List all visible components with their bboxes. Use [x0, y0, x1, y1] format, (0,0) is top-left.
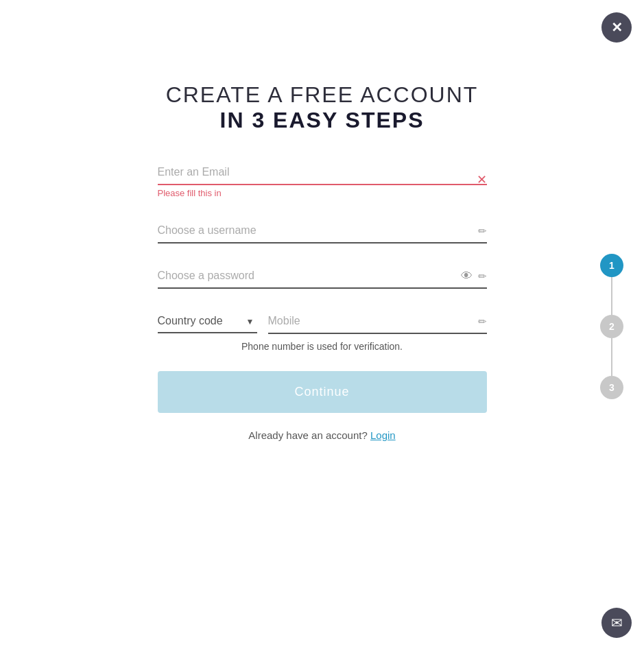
- phone-note: Phone number is used for verification.: [158, 341, 487, 352]
- email-error-icon: ✕: [477, 172, 487, 187]
- close-icon: ✕: [611, 19, 623, 36]
- login-row: Already have an account? Login: [158, 429, 487, 441]
- step-connector-1-2: [611, 277, 612, 315]
- email-field-container: ✕ Please fill this in: [158, 161, 487, 198]
- email-input[interactable]: [158, 161, 487, 185]
- step-3-circle: 3: [600, 376, 623, 399]
- main-content: CREATE A FREE ACCOUNT IN 3 EASY STEPS ✕ …: [0, 0, 644, 441]
- continue-button[interactable]: Continue: [158, 371, 487, 413]
- toggle-password-icon[interactable]: 👁: [461, 270, 473, 283]
- title-line2-bold: 3 EASY STEPS: [252, 108, 424, 132]
- country-code-field: Country code ▼: [158, 309, 257, 334]
- registration-form: ✕ Please fill this in ✏ 👁 ✏ Country code: [158, 161, 487, 441]
- mobile-input[interactable]: [268, 309, 487, 334]
- password-icons[interactable]: 👁 ✏: [461, 270, 487, 283]
- step-connector-2-3: [611, 338, 612, 376]
- step-2-circle: 2: [600, 315, 623, 338]
- username-field-container: ✏: [158, 219, 487, 244]
- login-link[interactable]: Login: [370, 429, 396, 441]
- mobile-pencil-icon[interactable]: ✏: [478, 316, 487, 328]
- step-1-circle: 1: [600, 254, 623, 277]
- title-line2: IN 3 EASY STEPS: [166, 108, 479, 133]
- title-line2-prefix: IN: [220, 108, 252, 132]
- already-account-text: Already have an account?: [248, 429, 367, 441]
- chat-button[interactable]: ✉: [601, 608, 632, 638]
- password-input[interactable]: [158, 264, 487, 289]
- password-field-container: 👁 ✏: [158, 264, 487, 289]
- username-input[interactable]: [158, 219, 487, 244]
- password-pencil-icon[interactable]: ✏: [478, 270, 487, 283]
- steps-indicator: 1 2 3: [600, 254, 623, 399]
- username-pencil-icon[interactable]: ✏: [478, 225, 487, 237]
- title-line1: CREATE A FREE ACCOUNT: [166, 82, 479, 108]
- page-title: CREATE A FREE ACCOUNT IN 3 EASY STEPS: [166, 82, 479, 133]
- chat-icon: ✉: [611, 615, 623, 631]
- mobile-field-container: ✏: [268, 309, 487, 334]
- email-error-message: Please fill this in: [158, 188, 487, 198]
- country-code-select[interactable]: Country code: [158, 309, 257, 333]
- close-button[interactable]: ✕: [601, 12, 632, 43]
- phone-row: Country code ▼ ✏: [158, 309, 487, 334]
